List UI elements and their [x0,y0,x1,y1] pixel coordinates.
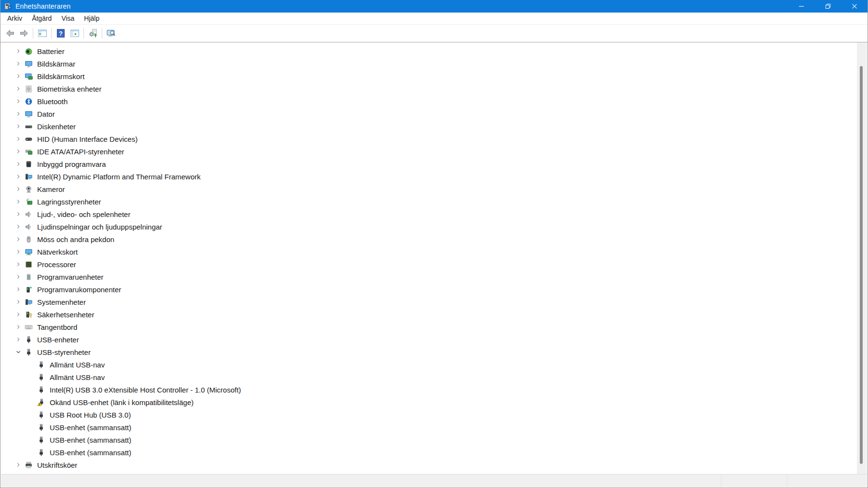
usb-icon [37,435,45,444]
chevron-right-icon[interactable] [14,298,22,306]
tree-item[interactable]: USB-enhet (sammansatt) [1,434,867,446]
tree-item-label: Nätverkskort [36,247,79,257]
tree-item-label: Kameror [36,185,67,194]
chevron-right-icon[interactable] [14,223,22,230]
close-button[interactable] [841,0,868,13]
tree-item[interactable]: Intel(R) Dynamic Platform and Thermal Fr… [1,170,867,183]
tree-item[interactable]: Dator [1,108,867,120]
forward-button[interactable] [17,27,30,40]
chevron-right-icon[interactable] [14,273,22,281]
mouse-icon [24,235,33,244]
chevron-right-icon[interactable] [14,148,22,155]
tree-item[interactable]: USB-styrenheter [1,346,867,358]
minimize-button[interactable] [788,0,814,13]
tree-item[interactable]: Bluetooth [1,95,867,108]
tree-item[interactable]: USB-enheter [1,333,867,346]
scan-hardware-changes-button[interactable] [105,27,118,40]
tree-item[interactable]: Lagringsstyrenheter [1,195,867,208]
tree-item[interactable]: Systemenheter [1,296,867,308]
chevron-right-icon[interactable] [14,198,22,205]
chevron-right-icon[interactable] [14,235,22,243]
chevron-right-icon[interactable] [14,185,22,193]
speaker-icon [24,210,33,218]
tree-item-label: Ljud-, video- och spelenheter [36,210,132,219]
tree-item[interactable]: Allmänt USB-nav [1,358,867,371]
tree-item[interactable]: Bildskärmar [1,57,867,70]
chevron-right-icon[interactable] [14,122,22,130]
tree-item[interactable]: Programvaruenheter [1,271,867,283]
tree-item[interactable]: USB-enhet (sammansatt) [1,421,867,434]
tree-item[interactable]: USB Root Hub (USB 3.0) [1,408,867,421]
status-pane [787,474,867,487]
chevron-right-icon[interactable] [14,97,22,105]
tree-item-label: Bildskärmskort [36,72,86,81]
restore-button[interactable] [814,0,841,13]
printer-icon [24,461,33,469]
tree-item-label: Biometriska enheter [36,84,103,94]
tree-item[interactable]: Kameror [1,183,867,195]
tree-item[interactable]: Bildskärmskort [1,70,867,82]
tree-item[interactable]: HID (Human Interface Devices) [1,133,867,145]
tree-item[interactable]: Inbyggd programvara [1,158,867,170]
tree-item-label: Lagringsstyrenheter [36,197,103,206]
tree-item[interactable]: Möss och andra pekdon [1,233,867,245]
tree-item[interactable]: Processorer [1,258,867,271]
camera-icon [24,185,33,193]
tree-item[interactable]: Batterier [1,45,867,57]
menu-arkiv[interactable]: Arkiv [2,13,27,24]
ide-controller-icon [24,147,33,156]
tree-item-label: USB-styrenheter [36,348,92,357]
network-adapter-icon [24,247,33,256]
tree-item[interactable]: Tangentbord [1,321,867,333]
chevron-right-icon[interactable] [14,336,22,343]
chevron-right-icon[interactable] [14,311,22,318]
chevron-right-icon[interactable] [14,461,22,469]
back-button[interactable] [3,27,16,40]
tree-item[interactable]: Ljudinspelningar och ljuduppspelningar [1,220,867,233]
statusbar [1,474,867,487]
tree-item[interactable]: Säkerhetsenheter [1,308,867,321]
chevron-right-icon[interactable] [14,210,22,218]
tree-item[interactable]: Utskriftsköer [1,459,867,471]
chevron-right-icon[interactable] [14,110,22,118]
chevron-right-icon[interactable] [14,173,22,180]
tree-item[interactable]: Allmänt USB-nav [1,371,867,383]
chevron-right-icon[interactable] [14,72,22,80]
battery-icon [24,47,33,55]
chevron-right-icon[interactable] [14,47,22,55]
tree-item[interactable]: Intel(R) USB 3.0 eXtensible Host Control… [1,383,867,396]
console-tree-icon [38,28,47,38]
chevron-down-icon[interactable] [14,348,22,356]
tree-item-label: Programvaruenheter [36,272,105,282]
chevron-right-icon[interactable] [14,260,22,268]
menu-hjalp[interactable]: Hjälp [79,13,104,24]
chevron-right-icon[interactable] [14,285,22,293]
scrollbar-thumb[interactable] [860,66,863,464]
chevron-right-icon[interactable] [14,323,22,331]
chevron-right-icon[interactable] [14,160,22,168]
tree-item-label: Dator [36,109,56,119]
window-action-button[interactable] [68,27,81,40]
tree-item[interactable]: Nätverkskort [1,245,867,258]
chevron-right-icon[interactable] [14,60,22,68]
tree-item[interactable]: Biometriska enheter [1,82,867,95]
tree-item[interactable]: Ljud-, video- och spelenheter [1,208,867,220]
vertical-scrollbar[interactable] [857,42,867,474]
tree-item[interactable]: IDE ATA/ATAPI-styrenheter [1,145,867,158]
chevron-right-icon[interactable] [14,85,22,93]
tree-item[interactable]: Programvarukomponenter [1,283,867,296]
usb-warning-icon [37,398,45,407]
chevron-right-icon[interactable] [14,135,22,143]
tree-item-label: USB-enheter [36,335,81,344]
tree-item[interactable]: USB-enhet (sammansatt) [1,446,867,459]
update-driver-button[interactable] [86,27,99,40]
menu-atgard[interactable]: Åtgärd [27,13,56,24]
show-console-tree-button[interactable] [36,27,49,40]
usb-icon [24,348,33,356]
chevron-right-icon[interactable] [14,248,22,256]
menu-visa[interactable]: Visa [56,13,79,24]
tree-item[interactable]: Diskenheter [1,120,867,133]
help-button[interactable]: ? [54,27,67,40]
tree-item-label: USB-enhet (sammansatt) [48,423,133,432]
tree-item[interactable]: Okänd USB-enhet (länk i kompatibilitetsl… [1,396,867,408]
